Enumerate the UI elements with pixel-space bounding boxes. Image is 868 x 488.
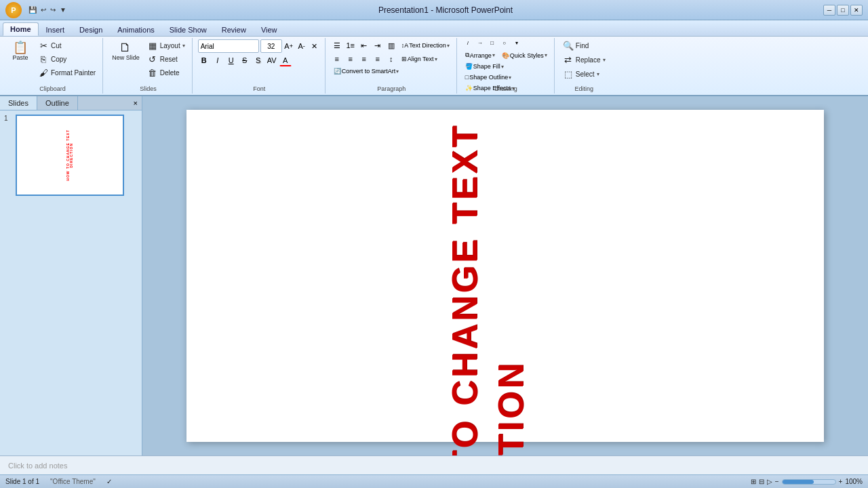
tab-insert[interactable]: Insert xyxy=(39,23,73,36)
slideshow-icon[interactable]: ▷ xyxy=(767,478,772,485)
shape-outline-icon: □ xyxy=(465,74,469,81)
slides-group: 🗋 New Slide ▦ Layout ▾ ↺ Reset 🗑 Delete xyxy=(104,38,193,94)
bold-button[interactable]: B xyxy=(198,54,210,66)
underline-button[interactable]: U xyxy=(225,54,237,66)
undo-button[interactable]: ↩ xyxy=(39,5,47,14)
shape-fill-button[interactable]: 🪣 Shape Fill ▾ xyxy=(462,62,507,71)
drawing-actions-row: ⧉ Arrange ▾ 🎨 Quick Styles ▾ xyxy=(462,50,550,60)
font-color-button[interactable]: A xyxy=(279,54,292,66)
tab-home[interactable]: Home xyxy=(3,22,39,36)
replace-button[interactable]: ⇄ Replace ▾ xyxy=(560,54,608,66)
text-direction-icon: ↕A xyxy=(401,42,409,49)
tab-slideshow[interactable]: Slide Show xyxy=(162,23,214,36)
slide-sorter-icon[interactable]: ⊟ xyxy=(759,478,764,485)
font-name-input[interactable] xyxy=(198,39,259,53)
statusbar: Slide 1 of 1 "Office Theme" ✓ ⊞ ⊟ ▷ − + … xyxy=(0,474,868,488)
zoom-out-button[interactable]: − xyxy=(775,478,779,485)
select-arrow: ▾ xyxy=(597,71,599,77)
columns-button[interactable]: ▥ xyxy=(385,39,397,52)
align-text-icon: ⊞ xyxy=(401,56,407,62)
para-row1: ☰ 1≡ ⇤ ⇥ ▥ ↕A Text Direction ▾ xyxy=(331,39,452,52)
decrease-font-button[interactable]: A- xyxy=(296,40,308,52)
shape-line[interactable]: / xyxy=(462,39,473,49)
minimize-button[interactable]: ─ xyxy=(823,5,835,16)
restore-button[interactable]: □ xyxy=(837,5,849,16)
smartart-arrow: ▾ xyxy=(396,68,399,75)
tab-design[interactable]: Design xyxy=(72,23,110,36)
redo-button[interactable]: ↪ xyxy=(49,5,57,14)
window-controls: ─ □ ✕ xyxy=(823,5,863,16)
line-spacing-button[interactable]: ↕ xyxy=(385,53,397,65)
sidebar-close-button[interactable]: × xyxy=(130,96,142,110)
theme-name: "Office Theme" xyxy=(50,478,96,485)
arrange-icon: ⧉ xyxy=(465,52,469,59)
tab-animations[interactable]: Animations xyxy=(110,23,161,36)
save-button[interactable]: 💾 xyxy=(27,5,38,14)
arrange-button[interactable]: ⧉ Arrange ▾ xyxy=(462,50,498,60)
increase-font-button[interactable]: A+ xyxy=(283,40,295,52)
close-button[interactable]: ✕ xyxy=(850,5,863,16)
slide-area[interactable]: HOW TO CHANGE TEXT DIRECTION xyxy=(142,96,868,455)
customize-quick-access-button[interactable]: ▼ xyxy=(58,5,68,14)
clear-format-button[interactable]: ✕ xyxy=(309,40,321,52)
justify-button[interactable]: ≡ xyxy=(372,53,384,65)
align-left-button[interactable]: ≡ xyxy=(331,53,343,65)
numbering-button[interactable]: 1≡ xyxy=(344,39,357,52)
copy-button[interactable]: ⎘ Copy xyxy=(35,53,98,66)
select-button[interactable]: ⬚ Select ▾ xyxy=(560,68,602,81)
font-size-input[interactable] xyxy=(260,39,282,53)
arrange-arrow: ▾ xyxy=(492,52,495,58)
sidebar-tab-slides[interactable]: Slides xyxy=(0,96,37,110)
text-direction-button[interactable]: ↕A Text Direction ▾ xyxy=(399,41,452,50)
slide-info: Slide 1 of 1 xyxy=(5,478,39,485)
increase-indent-button[interactable]: ⇥ xyxy=(372,39,384,52)
align-text-button[interactable]: ⊞ Align Text ▾ xyxy=(399,54,440,64)
zoom-slider[interactable] xyxy=(782,479,836,485)
format-painter-button[interactable]: 🖌 Format Painter xyxy=(35,66,98,79)
delete-button[interactable]: 🗑 Delete xyxy=(144,66,188,79)
bullets-button[interactable]: ☰ xyxy=(331,39,343,52)
editing-content: 🔍 Find ⇄ Replace ▾ ⬚ Select ▾ xyxy=(560,39,608,92)
new-slide-button[interactable]: 🗋 New Slide xyxy=(108,39,143,63)
font-group: A+ A- ✕ B I U S S AV A Font xyxy=(194,38,326,94)
shape-rect[interactable]: □ xyxy=(487,39,498,49)
shadow-button[interactable]: S xyxy=(252,54,264,66)
theme-value: "Office Theme" xyxy=(50,478,96,485)
cut-icon: ✂ xyxy=(38,41,49,51)
reset-button[interactable]: ↺ Reset xyxy=(144,53,188,66)
notes-bar[interactable]: Click to add notes xyxy=(0,455,868,474)
shapes-more[interactable]: ▾ xyxy=(511,39,522,49)
select-icon: ⬚ xyxy=(563,69,574,79)
italic-button[interactable]: I xyxy=(212,54,224,66)
shape-fill-arrow: ▾ xyxy=(501,64,504,70)
clipboard-group: 📋 Paste ✂ Cut ⎘ Copy 🖌 Format Painter Cl… xyxy=(3,38,103,94)
find-button[interactable]: 🔍 Find xyxy=(560,39,591,52)
layout-button[interactable]: ▦ Layout ▾ xyxy=(144,39,188,52)
strikethrough-button[interactable]: S xyxy=(239,54,251,66)
align-text-arrow: ▾ xyxy=(435,56,437,62)
slide-text-1: HOW TO CHANGE TEXT xyxy=(444,123,485,455)
slide-text-2: DIRECTION xyxy=(490,123,531,455)
align-center-button[interactable]: ≡ xyxy=(344,53,357,65)
align-right-button[interactable]: ≡ xyxy=(358,53,370,65)
shape-outline-button[interactable]: □ Shape Outline ▾ xyxy=(462,73,514,82)
zoom-in-button[interactable]: + xyxy=(839,478,843,485)
shape-arrow[interactable]: → xyxy=(475,39,486,49)
char-spacing-button[interactable]: AV xyxy=(266,54,278,66)
shape-oval[interactable]: ○ xyxy=(499,39,510,49)
normal-view-icon[interactable]: ⊞ xyxy=(751,478,756,485)
sidebar-tab-outline[interactable]: Outline xyxy=(37,96,78,110)
quick-styles-button[interactable]: 🎨 Quick Styles ▾ xyxy=(499,51,550,60)
slide-thumbnail-1[interactable]: 1 HOW TO CHANGE TEXT DIRECTION xyxy=(4,115,138,196)
drawing-content: / → □ ○ ▾ ⧉ Arrange ▾ 🎨 Quick Styles ▾ xyxy=(462,39,550,102)
copy-icon: ⎘ xyxy=(38,54,49,64)
tab-review[interactable]: Review xyxy=(214,23,254,36)
paste-button[interactable]: 📋 Paste xyxy=(7,39,34,63)
convert-smartart-button[interactable]: 🔄 Convert to SmartArt ▾ xyxy=(331,66,402,76)
clipboard-small-group: ✂ Cut ⎘ Copy 🖌 Format Painter xyxy=(35,39,98,79)
para-row2: ≡ ≡ ≡ ≡ ↕ ⊞ Align Text ▾ xyxy=(331,53,440,65)
tab-view[interactable]: View xyxy=(254,23,285,36)
decrease-indent-button[interactable]: ⇤ xyxy=(358,39,370,52)
font-size-box: A+ A- ✕ xyxy=(260,39,321,53)
cut-button[interactable]: ✂ Cut xyxy=(35,39,98,52)
